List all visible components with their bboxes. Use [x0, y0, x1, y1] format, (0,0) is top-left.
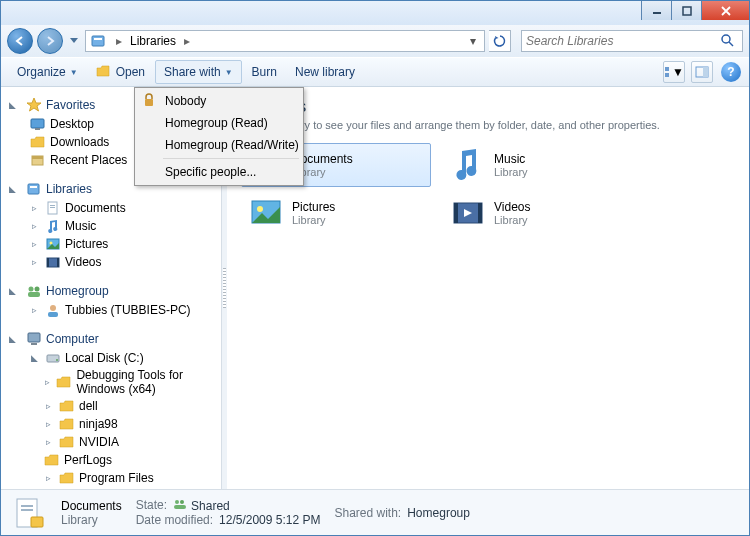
expand-icon[interactable]: ▹	[43, 377, 51, 387]
open-button[interactable]: Open	[88, 60, 153, 84]
library-type: Library	[494, 214, 530, 226]
expand-icon[interactable]: ▹	[43, 473, 54, 483]
pictures-library-icon	[248, 195, 284, 231]
details-state-value: Shared	[191, 499, 230, 513]
breadcrumb-separator-icon[interactable]: ▸	[180, 34, 194, 48]
nav-history-dropdown[interactable]	[67, 30, 81, 52]
expand-icon[interactable]: ▹	[29, 221, 40, 231]
forward-button[interactable]	[37, 28, 63, 54]
svg-rect-0	[653, 12, 661, 14]
menu-nobody[interactable]: Nobody	[137, 90, 301, 112]
close-button[interactable]	[701, 1, 749, 20]
svg-rect-14	[35, 128, 40, 130]
menu-separator	[163, 158, 299, 159]
folder-icon	[43, 452, 60, 468]
content-pane[interactable]: Libraries Open a library to see your fil…	[227, 87, 749, 489]
svg-rect-47	[21, 505, 33, 507]
sidebar-pictures[interactable]: ▹Pictures	[1, 235, 221, 253]
svg-rect-3	[94, 38, 102, 40]
svg-line-5	[729, 42, 733, 46]
expand-icon[interactable]: ▹	[29, 239, 40, 249]
details-sharedwith-label: Shared with:	[335, 506, 402, 520]
maximize-button[interactable]	[671, 1, 701, 20]
svg-point-30	[50, 305, 56, 311]
burn-button[interactable]: Burn	[244, 60, 285, 84]
expand-icon[interactable]: ▹	[43, 437, 54, 447]
minimize-button[interactable]	[641, 1, 671, 20]
svg-point-50	[175, 500, 179, 504]
titlebar	[1, 1, 749, 25]
svg-point-35	[56, 359, 58, 361]
expand-icon[interactable]: ▹	[29, 305, 40, 315]
menu-homegroup-readwrite-label: Homegroup (Read/Write)	[165, 138, 299, 152]
sidebar-folder[interactable]: PerfLogs	[1, 451, 221, 469]
expand-icon[interactable]: ▹	[29, 257, 40, 267]
svg-rect-11	[703, 67, 708, 77]
new-library-label: New library	[295, 65, 355, 79]
sidebar-videos[interactable]: ▹Videos	[1, 253, 221, 271]
body: ◣ Favorites Desktop Downloads Recent Pla…	[1, 87, 749, 489]
new-library-button[interactable]: New library	[287, 60, 363, 84]
sidebar-documents[interactable]: ▹Documents	[1, 199, 221, 217]
organize-button[interactable]: Organize▼	[9, 60, 86, 84]
svg-rect-8	[665, 73, 669, 77]
explorer-window: ▸ Libraries ▸ ▾ Organize▼ Open Share wit…	[0, 0, 750, 536]
content-subtitle: Open a library to see your files and arr…	[241, 119, 735, 131]
documents-library-icon	[11, 495, 47, 531]
svg-rect-49	[31, 517, 43, 527]
search-box[interactable]	[521, 30, 743, 52]
folder-icon	[58, 434, 75, 450]
sidebar-folder[interactable]: ▹Program Files	[1, 469, 221, 487]
address-dropdown-icon[interactable]: ▾	[466, 34, 480, 48]
breadcrumb-libraries[interactable]: Libraries	[130, 34, 176, 48]
collapse-icon[interactable]: ◣	[29, 353, 40, 363]
svg-rect-12	[145, 99, 153, 106]
menu-specific-people[interactable]: Specific people...	[137, 161, 301, 183]
refresh-button[interactable]	[489, 30, 511, 52]
tree-label: dell	[79, 399, 98, 413]
expand-icon[interactable]: ▹	[43, 419, 54, 429]
search-input[interactable]	[526, 34, 720, 48]
svg-rect-33	[31, 343, 37, 345]
sidebar-music[interactable]: ▹Music	[1, 217, 221, 235]
tree-label: Desktop	[50, 117, 94, 131]
search-icon[interactable]	[720, 33, 738, 50]
help-button[interactable]: ?	[721, 62, 741, 82]
share-with-label: Share with	[164, 65, 221, 79]
share-with-menu: Nobody Homegroup (Read) Homegroup (Read/…	[134, 87, 304, 186]
svg-rect-13	[31, 119, 44, 128]
sidebar-folder[interactable]: ▹NVIDIA	[1, 433, 221, 451]
svg-rect-18	[30, 186, 37, 188]
computer-label: Computer	[46, 332, 99, 346]
expand-icon[interactable]: ▹	[29, 203, 40, 213]
collapse-icon[interactable]: ◣	[9, 334, 21, 344]
homegroup-group[interactable]: ◣ Homegroup	[1, 281, 221, 301]
back-button[interactable]	[7, 28, 33, 54]
sidebar-folder[interactable]: ▹dell	[1, 397, 221, 415]
share-with-button[interactable]: Share with▼	[155, 60, 242, 84]
sidebar-local-disk[interactable]: ◣Local Disk (C:)	[1, 349, 221, 367]
breadcrumb-separator-icon[interactable]: ▸	[112, 34, 126, 48]
sidebar-homegroup-user[interactable]: ▹Tubbies (TUBBIES-PC)	[1, 301, 221, 319]
change-view-button[interactable]: ▼	[663, 61, 685, 83]
preview-pane-button[interactable]	[691, 61, 713, 83]
menu-homegroup-read-label: Homegroup (Read)	[165, 116, 268, 130]
svg-rect-31	[48, 312, 58, 317]
library-videos[interactable]: VideosLibrary	[443, 191, 633, 235]
library-pictures[interactable]: PicturesLibrary	[241, 191, 431, 235]
content-header: Libraries Open a library to see your fil…	[227, 87, 749, 139]
library-music[interactable]: MusicLibrary	[443, 143, 633, 187]
collapse-icon[interactable]: ◣	[9, 286, 21, 296]
sidebar-folder[interactable]: ▹ninja98	[1, 415, 221, 433]
collapse-icon[interactable]: ◣	[9, 184, 21, 194]
address-bar[interactable]: ▸ Libraries ▸ ▾	[85, 30, 485, 52]
grip-icon	[223, 268, 226, 308]
expand-icon[interactable]: ▹	[43, 401, 54, 411]
menu-homegroup-read[interactable]: Homegroup (Read)	[137, 112, 301, 134]
toolbar: Organize▼ Open Share with▼ Burn New libr…	[1, 57, 749, 87]
homegroup-icon	[25, 283, 42, 299]
menu-homegroup-readwrite[interactable]: Homegroup (Read/Write)	[137, 134, 301, 156]
collapse-icon[interactable]: ◣	[9, 100, 21, 110]
computer-group[interactable]: ◣ Computer	[1, 329, 221, 349]
sidebar-folder[interactable]: ▹Debugging Tools for Windows (x64)	[1, 367, 221, 397]
